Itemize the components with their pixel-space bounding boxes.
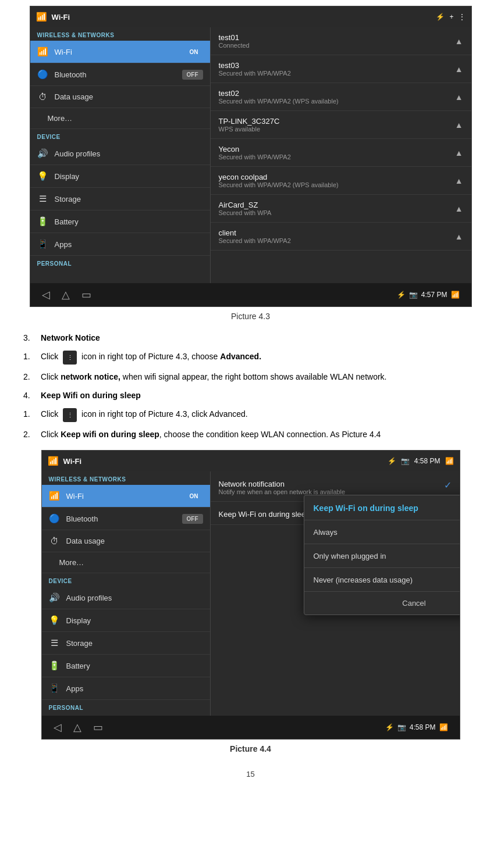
menu-battery[interactable]: 🔋 Battery [30,210,210,233]
status-bar-2-left: 📶 Wi-Fi [48,456,82,466]
more-icon[interactable]: ⋮ [459,13,466,21]
step4-2-content: Click Keep wifi on during sleep, choose … [41,428,478,441]
menu-wifi[interactable]: 📶 Wi-Fi ON [30,41,210,63]
wifi-status-test01: Connected [219,42,250,49]
dialog-option-never[interactable]: Never (increases data usage) [304,568,460,592]
nav-bar-left-1: ◁ △ ▭ [42,288,91,301]
recents-icon-2[interactable]: ▭ [93,721,103,734]
wifi-network-yecon-coolpad[interactable]: yecon coolpad Secured with WPA/WPA2 (WPS… [211,167,471,195]
wifi-toggle-2[interactable]: ON [185,491,203,501]
wifi-signal-client: ▲ [455,232,463,241]
section-personal-2: PERSONAL [42,700,210,713]
section4-number: 4. [23,389,41,402]
notification-label: Network notification [219,480,346,488]
cam-icon-2: 📷 [397,723,406,731]
menu-storage-2[interactable]: ☰ Storage [42,632,210,655]
menu-data-usage[interactable]: ⏱ Data usage [30,86,210,108]
dialog-option-always[interactable]: Always [304,520,460,544]
menu-display-2[interactable]: 💡 Display [42,609,210,632]
section-personal: PERSONAL [30,256,210,269]
android-screen-2: 📶 Wi-Fi ⚡ 📷 4:58 PM 📶 WIRELESS & NETWORK… [41,450,460,740]
step4-1-content: Click ⋮ icon in right top of Picture 4.3… [41,408,478,422]
menu-wifi-2[interactable]: 📶 Wi-Fi ON [42,485,210,508]
wifi-info-aircard: AirCard_SZ Secured with WPA [219,201,272,216]
menu-bluetooth-2[interactable]: 🔵 Bluetooth OFF [42,508,210,530]
data-usage-icon: ⏱ [37,92,49,102]
wifi-icon-menu-2: 📶 [49,491,61,501]
menu-audio-2[interactable]: 🔊 Audio profiles [42,587,210,609]
advanced-label-1: Advanced. [220,352,261,361]
dialog-cancel-button[interactable]: Cancel [304,592,460,615]
add-icon[interactable]: + [449,13,453,21]
recents-icon[interactable]: ▭ [81,288,91,301]
wifi-name-tplink: TP-LINK_3C327C [219,117,280,126]
menu-more[interactable]: More… [30,108,210,129]
display-icon-2: 💡 [49,615,61,626]
wifi-network-test01[interactable]: test01 Connected ▲ [211,27,471,55]
wifi-toggle[interactable]: ON [185,47,203,57]
wifi-status-aircard: Secured with WPA [219,209,272,216]
wifi-info-yecon: Yecon Secured with WPA/WPA2 [219,145,291,160]
wifi-network-tplink[interactable]: TP-LINK_3C327C WPS available ▲ [211,111,471,139]
back-icon-2[interactable]: ◁ [54,721,62,734]
wifi-icon-2: 📶 [48,456,59,466]
menu-apps[interactable]: 📱 Apps [30,233,210,256]
menu-battery-2[interactable]: 🔋 Battery [42,655,210,677]
more-label-2: More… [59,558,84,567]
section4-header: 4. Keep Wifi on during sleep [23,389,478,402]
dialog-option-plugged-label: Only when plugged in [314,552,386,560]
step4-2-num: 2. [23,428,41,441]
menu-data-usage-2[interactable]: ⏱ Data usage [42,530,210,552]
wifi-signal-test03: ▲ [455,65,463,74]
wifi-name-client: client [219,228,291,237]
wifi-settings-icon: 📶 [36,12,47,22]
home-icon-2[interactable]: △ [73,721,81,734]
menu-icon-ref-1: ⋮ [63,351,77,365]
menu-audio-profiles[interactable]: 🔊 Audio profiles [30,142,210,165]
step3-1: 1. Click ⋮ icon in right top of Picture … [23,350,478,364]
wifi-info-tplink: TP-LINK_3C327C WPS available [219,117,280,133]
nav-bar-2-left: ◁ △ ▭ [54,721,103,734]
data-icon-2: ⏱ [49,536,61,546]
nav-bar-right-1: ⚡ 📷 4:57 PM 📶 [397,291,460,299]
dialog-option-never-label: Never (increases data usage) [314,576,413,584]
wifi-network-test02[interactable]: test02 Secured with WPA/WPA2 (WPS availa… [211,83,471,111]
android-screen-1: 📶 Wi-Fi ⚡ + ⋮ WIRELESS & NETWORKS 📶 Wi-F… [30,6,472,307]
menu-storage[interactable]: ☰ Storage [30,188,210,210]
battery-menu-icon: 🔋 [37,216,49,227]
home-icon[interactable]: △ [62,288,70,301]
wifi-status-client: Secured with WPA/WPA2 [219,237,291,244]
nav-bar-2-right: ⚡ 📷 4:58 PM 📶 [385,723,448,731]
usb-icon: ⚡ [397,291,406,299]
battery-label: Battery [55,217,79,226]
wifi-network-yecon[interactable]: Yecon Secured with WPA/WPA2 ▲ [211,139,471,167]
wifi-name-yecon: Yecon [219,145,291,153]
wifi-signal-test02: ▲ [455,92,463,102]
wifi-status-yecon: Secured with WPA/WPA2 [219,153,291,160]
menu-apps-2[interactable]: 📱 Apps [42,677,210,700]
step3-1-content: Click ⋮ icon in right top of Picture 4.3… [41,350,478,364]
display-icon: 💡 [37,171,49,181]
notification-info: Network notification Notify me when an o… [219,480,346,495]
bluetooth-toggle[interactable]: OFF [182,70,203,80]
camera-icon: 📷 [409,291,418,299]
wifi-name-test03: test03 [219,61,291,70]
screen2-title: Wi-Fi [63,457,82,466]
bluetooth-toggle-2[interactable]: OFF [182,514,203,524]
menu-bluetooth[interactable]: 🔵 Bluetooth OFF [30,63,210,86]
menu-more-2[interactable]: More… [42,552,210,573]
section3-header: 3. Network Notice [23,331,478,344]
wifi-network-client[interactable]: client Secured with WPA/WPA2 ▲ [211,223,471,251]
wifi-network-test03[interactable]: test03 Secured with WPA/WPA2 ▲ [211,55,471,83]
section4-title: Keep Wifi on during sleep [41,389,478,402]
dialog-option-plugged[interactable]: Only when plugged in [304,544,460,568]
wifi-signal-yecon: ▲ [455,148,463,158]
storage-label: Storage [55,195,81,203]
left-pane-2: WIRELESS & NETWORKS 📶 Wi-Fi ON 🔵 Bluetoo… [42,471,211,716]
menu-display[interactable]: 💡 Display [30,165,210,188]
back-icon[interactable]: ◁ [42,288,50,301]
wifi-network-aircard[interactable]: AirCard_SZ Secured with WPA ▲ [211,195,471,223]
time-2: 4:58 PM [414,457,440,465]
status-bar-2-right: ⚡ 📷 4:58 PM 📶 [388,457,454,465]
wifi-status-test03: Secured with WPA/WPA2 [219,70,291,77]
